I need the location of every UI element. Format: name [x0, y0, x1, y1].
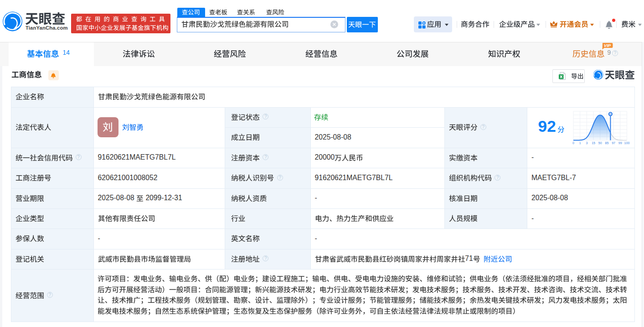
svg-text:100: 100	[624, 141, 630, 145]
svg-text:VIP: VIP	[603, 43, 611, 48]
svg-text:3: 3	[586, 141, 587, 145]
svg-text:99: 99	[618, 141, 622, 145]
svg-text:1: 1	[579, 141, 581, 145]
svg-text:50: 50	[598, 141, 602, 145]
svg-text:97: 97	[612, 141, 615, 145]
svg-text:15: 15	[592, 141, 595, 145]
svg-text:85: 85	[605, 141, 609, 145]
svg-text:0: 0	[572, 141, 574, 145]
